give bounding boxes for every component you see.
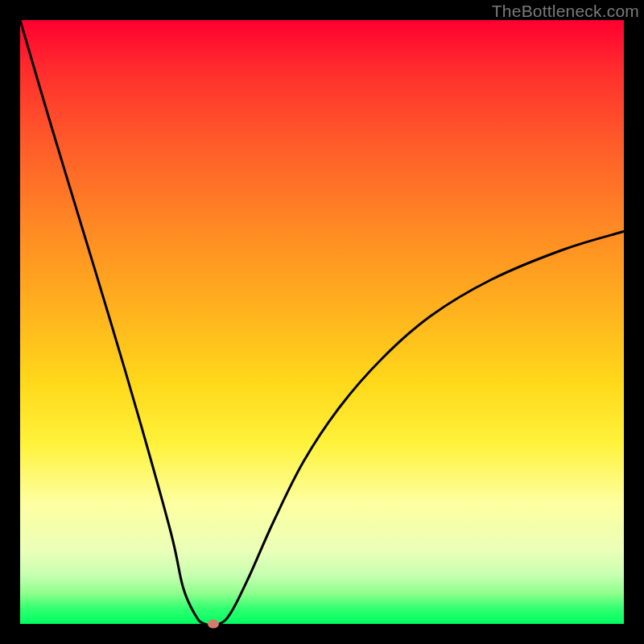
bottleneck-curve — [20, 20, 624, 624]
chart-frame: TheBottleneck.com — [0, 0, 644, 644]
plot-area — [20, 20, 624, 624]
watermark-text: TheBottleneck.com — [492, 2, 639, 21]
minimum-marker — [208, 620, 219, 629]
